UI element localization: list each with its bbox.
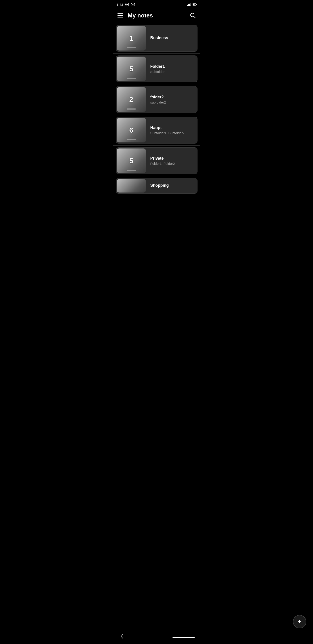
folder-count: 2 bbox=[129, 96, 133, 104]
signal-icon bbox=[187, 2, 191, 6]
status-bar: 3:42 bbox=[113, 0, 200, 9]
folder-info: Business bbox=[147, 32, 197, 45]
folder-count: 5 bbox=[129, 65, 133, 73]
status-bar-right bbox=[187, 2, 197, 6]
folder-info: Shopping bbox=[147, 180, 197, 192]
toolbar: My notes bbox=[113, 9, 200, 23]
folder-info: Haupt Subfolder1, Subfolder2 bbox=[147, 122, 197, 138]
folder-info: Folder1 Subfolder bbox=[147, 60, 197, 77]
folder-subfolders: Subfolder1, Subfolder2 bbox=[150, 131, 194, 135]
folder-info: folder2 subfolder2 bbox=[147, 91, 197, 108]
circle-dot-icon bbox=[125, 2, 129, 6]
folder-name: Business bbox=[150, 36, 194, 40]
list-item[interactable]: 5 Folder1 Subfolder bbox=[116, 56, 198, 82]
list-item[interactable]: 2 folder2 subfolder2 bbox=[116, 86, 198, 113]
folder-subfolders: Folder1, Folder2 bbox=[150, 162, 194, 166]
folder-info: Private Folder1, Folder2 bbox=[147, 152, 197, 169]
toolbar-left: My notes bbox=[117, 12, 153, 19]
page-title: My notes bbox=[128, 12, 153, 19]
folder-count: 5 bbox=[129, 157, 133, 165]
item-divider bbox=[113, 84, 200, 84]
folder-name: Folder1 bbox=[150, 64, 194, 69]
list-item[interactable]: 6 Haupt Subfolder1, Subfolder2 bbox=[116, 117, 198, 144]
folder-name: Haupt bbox=[150, 126, 194, 130]
search-button[interactable] bbox=[189, 12, 197, 19]
svg-line-15 bbox=[194, 16, 195, 18]
svg-rect-9 bbox=[193, 4, 194, 5]
hamburger-icon bbox=[117, 13, 123, 18]
folder-thumbnail: 6 bbox=[117, 118, 146, 142]
list-item[interactable]: 1 Business bbox=[116, 25, 198, 52]
item-divider bbox=[113, 176, 200, 176]
svg-rect-4 bbox=[188, 4, 189, 6]
menu-button[interactable] bbox=[117, 12, 124, 18]
folder-list: 1 Business 5 Folder1 Subfolder 2 folder2… bbox=[113, 23, 200, 224]
folder-thumbnail: 1 bbox=[117, 26, 146, 50]
folder-count: 6 bbox=[129, 126, 133, 134]
folder-thumbnail: 5 bbox=[117, 56, 146, 81]
battery-icon bbox=[193, 2, 197, 6]
folder-subfolders: subfolder2 bbox=[150, 100, 194, 104]
item-divider bbox=[113, 54, 200, 54]
item-divider bbox=[113, 145, 200, 146]
list-item[interactable]: Shopping bbox=[116, 178, 198, 194]
folder-name: Private bbox=[150, 156, 194, 161]
mail-icon bbox=[131, 2, 135, 6]
item-divider bbox=[113, 115, 200, 115]
svg-rect-5 bbox=[189, 4, 190, 6]
folder-thumbnail: 2 bbox=[117, 87, 146, 112]
status-bar-left: 3:42 bbox=[117, 2, 135, 6]
status-time: 3:42 bbox=[117, 3, 123, 6]
folder-thumbnail: 5 bbox=[117, 148, 146, 173]
svg-point-1 bbox=[126, 4, 128, 5]
svg-rect-10 bbox=[196, 4, 196, 5]
folder-thumbnail bbox=[117, 179, 146, 192]
folder-count: 1 bbox=[129, 34, 133, 42]
folder-subfolders: Subfolder bbox=[150, 70, 194, 74]
list-item[interactable]: 5 Private Folder1, Folder2 bbox=[116, 147, 198, 174]
folder-name: Shopping bbox=[150, 183, 194, 188]
folder-name: folder2 bbox=[150, 95, 194, 100]
search-icon bbox=[190, 12, 196, 18]
svg-rect-3 bbox=[187, 5, 188, 6]
